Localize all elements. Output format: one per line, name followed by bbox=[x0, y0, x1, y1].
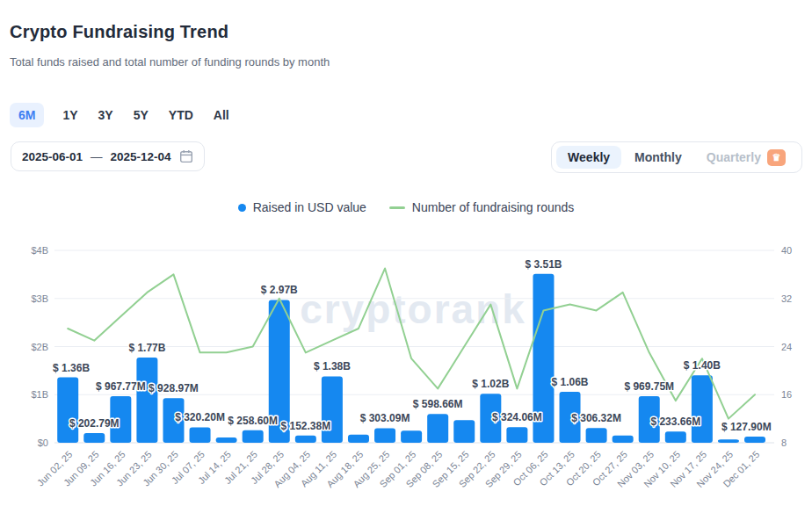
granularity-tab-label: Weekly bbox=[568, 150, 610, 164]
range-tab-3y[interactable]: 3Y bbox=[97, 103, 115, 127]
calendar-icon[interactable] bbox=[179, 149, 193, 163]
granularity-tab-label: Monthly bbox=[634, 150, 682, 164]
range-tab-all[interactable]: All bbox=[212, 103, 231, 127]
crown-badge-icon: ♛ bbox=[767, 149, 786, 166]
granularity-tab-weekly[interactable]: Weekly bbox=[556, 146, 621, 169]
bar-Sep 29, 25[interactable] bbox=[506, 427, 527, 443]
bar-value-label: $ 152.38M bbox=[280, 420, 330, 432]
granularity-tab-quarterly[interactable]: Quarterly♛ bbox=[695, 145, 797, 170]
bar-value-label: $ 127.90M bbox=[721, 421, 772, 433]
date-end[interactable]: 2025-12-04 bbox=[111, 150, 171, 163]
bar-Nov 24, 25[interactable] bbox=[718, 439, 739, 443]
right-axis-tick: 16 bbox=[781, 389, 792, 400]
left-axis-tick: $1B bbox=[31, 389, 48, 400]
bar-value-label: $ 324.06M bbox=[492, 411, 542, 423]
bar-value-label: $ 202.79M bbox=[69, 417, 120, 430]
bar-Dec 01, 25[interactable] bbox=[744, 437, 765, 443]
bar-Aug 18, 25[interactable] bbox=[348, 435, 369, 443]
right-axis-tick: 40 bbox=[781, 245, 792, 256]
bar-Sep 08, 25[interactable] bbox=[427, 414, 448, 443]
crypto-fundraising-trend-page: Crypto Fundraising Trend Total funds rai… bbox=[0, 0, 812, 506]
legend-label: Raised in USD value bbox=[253, 200, 366, 214]
bar-value-label: $ 1.40B bbox=[684, 359, 721, 372]
right-axis-tick: 8 bbox=[781, 437, 787, 448]
bar-value-label: $ 969.75M bbox=[624, 380, 674, 393]
chart-legend: Raised in USD valueNumber of fundraising… bbox=[0, 200, 812, 214]
bar-value-label: $ 306.32M bbox=[571, 412, 621, 424]
date-range-picker[interactable]: 2025-06-01 — 2025-12-04 bbox=[11, 141, 205, 171]
bar-Jun 23, 25[interactable] bbox=[136, 358, 157, 443]
legend-label: Number of fundraising rounds bbox=[412, 200, 574, 214]
granularity-tab-monthly[interactable]: Monthly bbox=[623, 146, 693, 169]
bar-value-label: $ 1.77B bbox=[128, 342, 165, 354]
bar-value-label: $ 1.06B bbox=[552, 376, 589, 388]
bar-value-label: $ 1.38B bbox=[314, 360, 351, 372]
legend-item[interactable]: Raised in USD value bbox=[238, 200, 366, 214]
bar-value-label: $ 233.66M bbox=[650, 416, 700, 428]
bar-value-label: $ 2.97B bbox=[261, 284, 298, 296]
time-range-tabs: 6M1Y3Y5YYTDAll bbox=[10, 103, 231, 127]
bar-value-label: $ 3.51B bbox=[525, 258, 562, 271]
bar-Aug 11, 25[interactable] bbox=[322, 376, 343, 443]
bar-Jun 02, 25[interactable] bbox=[57, 378, 78, 443]
page-title: Crypto Fundraising Trend bbox=[10, 22, 228, 42]
bar-Oct 20, 25[interactable] bbox=[586, 428, 607, 443]
granularity-tab-label: Quarterly bbox=[707, 150, 761, 164]
left-axis-tick: $0 bbox=[38, 437, 48, 448]
legend-item[interactable]: Number of fundraising rounds bbox=[389, 200, 574, 214]
page-subtitle: Total funds raised and total number of f… bbox=[10, 55, 330, 69]
bar-Oct 27, 25[interactable] bbox=[613, 436, 634, 443]
bar-value-label: $ 1.36B bbox=[53, 362, 90, 374]
bar-Aug 25, 25[interactable] bbox=[374, 428, 395, 443]
bar-Sep 01, 25[interactable] bbox=[401, 430, 422, 443]
left-axis-tick: $2B bbox=[31, 342, 48, 352]
bar-Nov 17, 25[interactable] bbox=[692, 375, 713, 443]
bar-Jul 21, 25[interactable] bbox=[243, 430, 264, 443]
bar-value-label: $ 1.02B bbox=[472, 378, 509, 390]
date-start[interactable]: 2025-06-01 bbox=[22, 150, 83, 163]
legend-marker-dot bbox=[238, 204, 246, 212]
bar-value-label: $ 598.66M bbox=[413, 398, 463, 410]
bar-value-label: $ 928.97M bbox=[149, 382, 199, 394]
right-axis-tick: 32 bbox=[781, 293, 792, 304]
range-tab-5y[interactable]: 5Y bbox=[132, 103, 150, 127]
bar-Jul 14, 25[interactable] bbox=[216, 437, 237, 443]
range-tab-ytd[interactable]: YTD bbox=[167, 103, 195, 127]
bar-value-label: $ 258.60M bbox=[228, 415, 278, 427]
range-tab-6m[interactable]: 6M bbox=[10, 103, 44, 127]
bar-Sep 15, 25[interactable] bbox=[453, 420, 475, 443]
bar-Nov 10, 25[interactable] bbox=[665, 431, 686, 443]
bar-Jun 09, 25[interactable] bbox=[83, 433, 105, 443]
legend-marker-line bbox=[389, 206, 405, 209]
fundraising-chart: cryptorank$4B40$3B32$2B24$1B16$08Jun 02,… bbox=[0, 237, 812, 506]
bar-Aug 04, 25[interactable] bbox=[295, 436, 316, 443]
date-separator: — bbox=[91, 150, 103, 163]
bar-Jul 07, 25[interactable] bbox=[190, 427, 211, 443]
bar-value-label: $ 320.20M bbox=[175, 411, 225, 423]
right-axis-tick: 24 bbox=[781, 342, 792, 352]
left-axis-tick: $4B bbox=[31, 245, 48, 256]
granularity-tabs: WeeklyMonthlyQuarterly♛ bbox=[551, 141, 802, 173]
bar-value-label: $ 967.77M bbox=[96, 380, 146, 393]
range-tab-1y[interactable]: 1Y bbox=[61, 103, 79, 127]
bar-value-label: $ 303.09M bbox=[360, 412, 410, 424]
left-axis-tick: $3B bbox=[31, 293, 48, 304]
